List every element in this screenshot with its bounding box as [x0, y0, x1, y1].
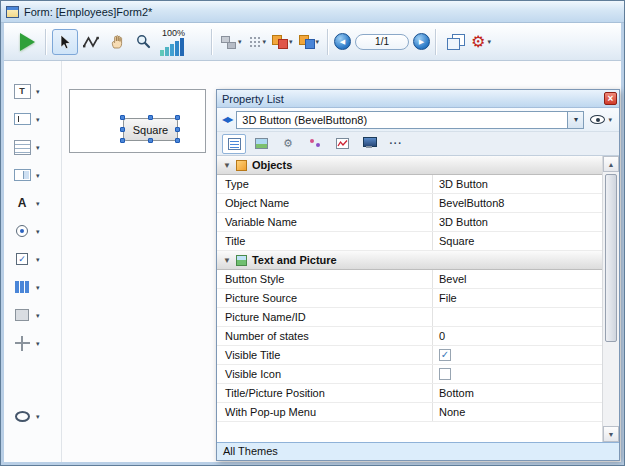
selection-handle[interactable] [175, 115, 180, 120]
property-label: With Pop-up Menu [217, 403, 432, 421]
selection-handle[interactable] [120, 138, 125, 143]
layering-tool-button[interactable]: ▾ [269, 29, 296, 55]
property-scrollbar[interactable]: ▲ ▼ [602, 156, 619, 442]
sidebar-tool-rectangle[interactable]: ▾ [12, 305, 40, 325]
sidebar-tool-buttonbar[interactable]: ▾ [12, 277, 40, 297]
selection-handle[interactable] [148, 138, 153, 143]
property-value[interactable]: 0 [432, 327, 602, 345]
chevron-down-icon: ▾ [608, 116, 612, 123]
display-options-button[interactable]: ▾ [588, 115, 614, 124]
previous-page-button[interactable]: ◀ [334, 33, 351, 50]
property-row-button-style: Button Style Bevel [217, 270, 602, 289]
text-picture-section-icon [236, 255, 247, 266]
zoom-bars-icon [160, 38, 184, 56]
sidebar-tool-splitter[interactable]: ▾ [12, 333, 40, 353]
property-value[interactable]: Bevel [432, 270, 602, 288]
zoom-level-widget[interactable]: 100% [160, 28, 206, 56]
pan-tool-button[interactable] [104, 29, 130, 55]
settings-button[interactable]: ⚙ ▾ [468, 29, 494, 55]
property-label: Number of states [217, 327, 432, 345]
chevron-down-icon: ▾ [36, 340, 40, 347]
selection-handle[interactable] [148, 115, 153, 120]
themes-footer[interactable]: All Themes [217, 442, 619, 460]
sidebar-tool-radio[interactable]: ▾ [12, 221, 40, 241]
section-header-objects[interactable]: ▼ Objects [217, 156, 602, 175]
selection-handle[interactable] [120, 127, 125, 132]
window-titlebar[interactable]: Form: [Employees]Form2* [1, 1, 624, 23]
scrollbar-thumb[interactable] [605, 174, 617, 342]
property-row-picture-name: Picture Name/ID [217, 308, 602, 327]
property-list-titlebar[interactable]: Property List × [217, 90, 619, 108]
list-icon [228, 138, 241, 150]
chevron-down-icon: ▾ [36, 413, 40, 420]
group-icon [299, 35, 314, 48]
object-navigation-icon[interactable]: ◀▶ [222, 115, 232, 124]
tab-more[interactable]: ··· [384, 134, 408, 154]
property-label: Object Name [217, 194, 432, 212]
distribution-tool-button[interactable]: ▾ [245, 29, 270, 55]
collapse-icon: ▼ [223, 256, 231, 265]
sidebar-tool-checkbox[interactable]: ✓ ▾ [12, 249, 40, 269]
next-page-button[interactable]: ▶ [413, 33, 430, 50]
tab-events[interactable] [303, 134, 327, 154]
distribute-icon [248, 35, 261, 48]
scroll-up-icon[interactable]: ▲ [603, 156, 619, 172]
sidebar-tool-oval[interactable]: ▾ [12, 406, 40, 426]
collapse-icon: ▼ [223, 161, 231, 170]
selection-handle[interactable] [120, 115, 125, 120]
sidebar-tool-list[interactable]: ▾ [12, 137, 40, 157]
pointer-tool-button[interactable] [52, 29, 78, 55]
text-tool-icon: T [14, 84, 31, 99]
property-value[interactable] [432, 308, 602, 326]
visible-title-checkbox[interactable]: ✓ [439, 349, 451, 361]
selection-handle[interactable] [175, 127, 180, 132]
tab-picture[interactable] [249, 134, 273, 154]
close-icon[interactable]: × [604, 92, 617, 105]
property-value[interactable]: 3D Button [432, 175, 602, 193]
property-value[interactable]: Bottom [432, 384, 602, 402]
property-grid: ▼ Objects Type 3D Button Object Name Bev… [217, 156, 602, 442]
pages-icon [447, 34, 464, 49]
zoom-level-label: 100% [162, 28, 185, 38]
sidebar-tool-label[interactable]: A ▾ [12, 193, 40, 213]
tab-display[interactable] [357, 134, 381, 154]
form-pages-button[interactable] [442, 29, 468, 55]
property-value[interactable]: None [432, 403, 602, 421]
scroll-down-icon[interactable]: ▼ [603, 426, 619, 442]
property-row-with-popup-menu: With Pop-up Menu None [217, 403, 602, 422]
sidebar-tool-text[interactable]: T ▾ [12, 81, 40, 101]
sidebar-tool-input[interactable]: ▾ [12, 109, 40, 129]
property-value[interactable]: 3D Button [432, 213, 602, 231]
execute-form-button[interactable] [14, 29, 40, 55]
button-bar-tool-icon [15, 281, 29, 293]
rectangle-tool-icon [15, 309, 29, 321]
section-header-text-and-picture[interactable]: ▼ Text and Picture [217, 251, 602, 270]
alignment-tool-button[interactable]: ▾ [218, 29, 245, 55]
more-icon: ··· [390, 138, 403, 149]
selection-handle[interactable] [175, 138, 180, 143]
property-row-number-of-states: Number of states 0 [217, 327, 602, 346]
gear-icon: ⚙ [283, 138, 293, 149]
sidebar-tool-combo[interactable]: ▾ [12, 165, 40, 185]
object-selector-dropdown[interactable]: 3D Button (BevelButton8) ▾ [236, 111, 584, 129]
tab-properties[interactable] [222, 134, 246, 154]
toolbar-separator [211, 29, 213, 55]
chevron-down-icon: ▾ [36, 88, 40, 95]
group-tool-button[interactable]: ▾ [296, 29, 323, 55]
arrow-left-icon: ◀ [340, 38, 345, 46]
events-icon [309, 138, 322, 149]
property-value[interactable]: Square [432, 232, 602, 250]
draw-tool-button[interactable] [78, 29, 104, 55]
property-value[interactable]: File [432, 289, 602, 307]
tab-settings[interactable]: ⚙ [276, 134, 300, 154]
visible-icon-checkbox[interactable]: ✓ [439, 368, 451, 380]
checkmark-icon: ✓ [441, 350, 449, 360]
cursor-icon [57, 34, 73, 50]
zoom-tool-button[interactable] [130, 29, 156, 55]
section-name: Objects [252, 159, 292, 171]
chevron-down-icon: ▾ [316, 38, 320, 45]
tab-chart[interactable] [330, 134, 354, 154]
toolbar-separator [435, 29, 437, 55]
page-indicator[interactable]: 1/1 [355, 34, 409, 50]
property-value[interactable]: BevelButton8 [432, 194, 602, 212]
